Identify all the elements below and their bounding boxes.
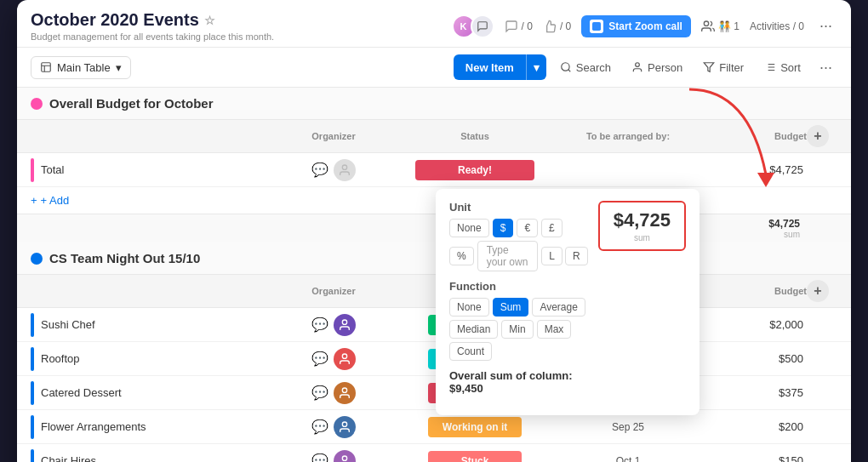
fn-count[interactable]: Count [449,342,492,361]
section1-header: Overall Budget for October [17,88,851,119]
lr-left[interactable]: L [541,247,562,265]
row-catered-budget: $375 [705,386,807,399]
row-color-bar [31,158,34,182]
row-color-bar [31,449,34,463]
subtitle: Budget management for all events taking … [31,31,445,42]
row-sushi-name: Sushi Chef [31,313,269,337]
avatar-badge [471,14,494,38]
table-row: Total 💬 Ready! $4,725 [17,153,851,187]
fn-sum[interactable]: Sum [493,298,529,317]
zoom-button[interactable]: Start Zoom call [581,15,691,37]
fn-average[interactable]: Average [532,298,585,317]
row-flower-date: Sep 25 [551,421,705,433]
search-label: Search [576,61,611,74]
row-flower-budget: $200 [705,420,807,433]
unit-percent[interactable]: % [449,247,474,265]
popup-left: Unit None $ € £ % Type your own L R Func… [449,201,588,395]
row-chair-name: Chair Hires [31,449,269,463]
toolbar: Main Table ▾ New Item ▾ Search Person Fi… [17,48,851,88]
row-rooftop-name: Rooftop [31,347,269,371]
app-title-container: October 2020 Events ☆ [31,10,445,30]
comment-icon[interactable]: 💬 [311,453,328,462]
section-overall-budget: Overall Budget for October Organizer Sta… [17,88,851,242]
add-label: + Add [41,194,70,207]
row-chair-budget: $150 [705,454,807,462]
popup-lr: L R [541,247,587,265]
section1-title: Overall Budget for October [49,96,837,111]
section1-add-row[interactable]: + + Add [17,187,851,214]
section1-table-header: Organizer Status To be arranged by: Budg… [17,119,851,153]
comment-icon[interactable]: 💬 [311,351,328,367]
sort-label: Sort [780,61,801,74]
header-center: K / 0 / 0 Start Zoom call � [452,14,837,38]
col-organizer-header: Organizer [269,125,398,147]
activities-label: Activities / 0 [750,20,804,32]
s2-col-budget: Budget [705,280,807,302]
members-count: 🧑‍🤝‍🧑 1 [718,20,740,32]
unit-none[interactable]: None [449,219,489,237]
fn-none[interactable]: None [449,298,489,317]
star-icon[interactable]: ☆ [204,14,215,27]
status-badge-ready[interactable]: Ready! [415,160,534,180]
filter-action[interactable]: Filter [696,57,751,78]
row-flower-organizer: 💬 [269,416,398,438]
s2-col-plus: + [807,280,837,302]
fn-min[interactable]: Min [501,320,533,339]
chevron-down-icon: ▾ [116,61,122,74]
comment-icon[interactable]: 💬 [311,385,328,401]
avatar-stack: K [452,14,494,38]
unit-pound[interactable]: £ [541,219,562,237]
main-window: October 2020 Events ☆ Budget management … [17,0,851,462]
fn-median[interactable]: Median [449,320,498,339]
lr-right[interactable]: R [565,247,588,265]
person-avatar [334,348,356,370]
unit-custom-input[interactable]: Type your own [477,241,539,271]
col-arranged-header: To be arranged by: [551,125,705,147]
table-selector-button[interactable]: Main Table ▾ [31,56,131,79]
svg-point-17 [342,456,346,460]
popup-function-label: Function [449,280,588,293]
table-row: Rooftop 💬 Waiting fo $500 [17,342,851,376]
svg-point-15 [342,388,346,392]
row-sushi-budget: $2,000 [705,318,807,331]
svg-point-16 [342,422,346,426]
person-avatar [334,382,356,404]
status-badge-stuck[interactable]: Stuck [428,451,522,463]
new-item-button[interactable]: New Item ▾ [454,54,546,80]
new-item-label: New Item [454,55,526,80]
fn-max[interactable]: Max [537,320,572,339]
search-action[interactable]: Search [553,57,618,78]
status-badge-working[interactable]: Working on it [428,417,522,437]
person-action[interactable]: Person [625,57,689,78]
svg-point-12 [342,165,346,169]
person-avatar [334,314,356,336]
svg-point-4 [636,63,640,67]
row-budget-total: $4,725 [705,163,807,176]
popup-top-row: Unit None $ € £ % Type your own L R Func… [449,201,686,395]
add-icon: + [31,194,37,207]
comment-icon[interactable]: 💬 [311,419,328,435]
table-row: Flower Arrangements 💬 Working on it Sep … [17,410,851,444]
row-rooftop-organizer: 💬 [269,348,398,370]
sort-action[interactable]: Sort [757,57,808,78]
unit-euro[interactable]: € [517,219,538,237]
section2-table-header: Organizer S Budget + [17,274,851,308]
unit-dollar[interactable]: $ [493,219,514,237]
row-chair-date: Oct 1 [551,455,705,463]
svg-rect-2 [42,63,51,72]
col-add-header: + [807,125,837,147]
toolbar-more-button[interactable]: ··· [814,57,837,78]
col-status-header: Status [398,125,551,147]
row-flower-name: Flower Arrangements [31,415,269,439]
s2-add-column-button[interactable]: + [807,280,829,302]
popup-sum-box: $4,725 sum [598,201,686,251]
svg-rect-0 [592,22,601,31]
add-column-button[interactable]: + [807,125,829,147]
section2-dot [31,253,43,265]
header-more-button[interactable]: ··· [814,15,837,37]
popup-footer-text: Overall sum of column: $9,450 [449,369,572,395]
comment-icon[interactable]: 💬 [311,317,328,333]
popup-unit-label: Unit [449,201,588,214]
table-selector-label: Main Table [57,61,111,74]
comment-icon[interactable]: 💬 [311,162,328,178]
